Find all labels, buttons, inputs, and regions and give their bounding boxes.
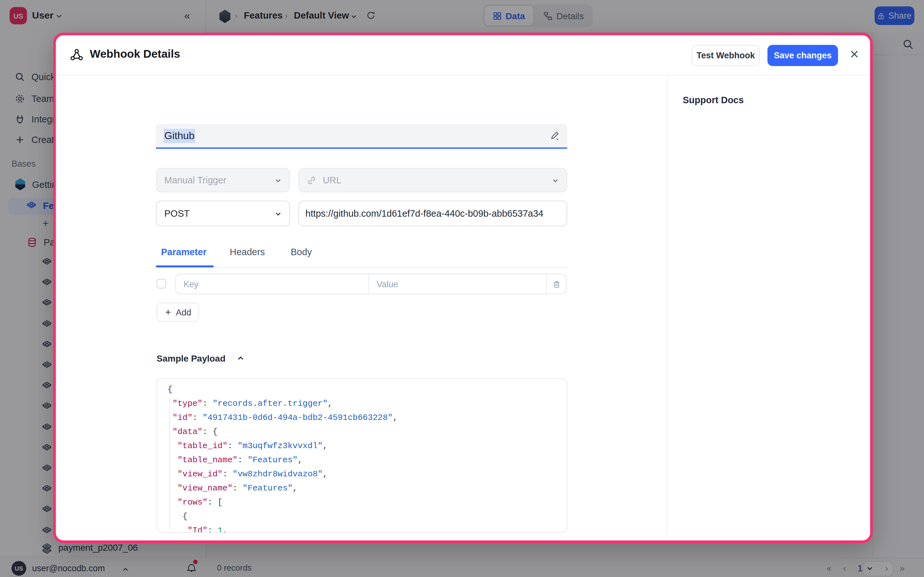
chevron-down-icon (275, 177, 282, 184)
param-key-input[interactable]: Key (176, 274, 368, 293)
tab-headers[interactable]: Headers (230, 247, 265, 257)
tab-body[interactable]: Body (291, 247, 312, 257)
test-webhook-button[interactable]: Test Webhook (692, 45, 760, 66)
close-icon[interactable] (850, 49, 859, 59)
param-row: Key Value (175, 274, 567, 294)
screen: US User « › Features › Default View Data… (0, 0, 924, 577)
support-docs-title: Support Docs (683, 95, 744, 105)
modal-header: Webhook Details Test Webhook Save change… (56, 35, 870, 76)
tab-parameter[interactable]: Parameter (161, 247, 207, 257)
sample-payload-code[interactable]: {"type": "records.after.trigger","id": "… (157, 378, 567, 533)
webhook-icon (69, 47, 84, 62)
edit-pencil-icon[interactable] (550, 131, 559, 140)
plus-icon (164, 308, 172, 316)
sample-payload-header[interactable]: Sample Payload (157, 353, 245, 364)
add-param-button[interactable]: Add (157, 303, 199, 322)
request-tabs: Parameter Headers Body (156, 244, 567, 268)
active-tab-underline (156, 266, 214, 268)
save-changes-button[interactable]: Save changes (767, 45, 838, 66)
param-value-input[interactable]: Value (369, 274, 546, 293)
method-select[interactable]: POST (156, 201, 290, 226)
url-input[interactable]: https://github.com/1d61ef7d-f8ea-440c-b0… (298, 201, 567, 226)
sample-payload-label: Sample Payload (157, 353, 226, 364)
webhook-name-input[interactable]: Github (156, 124, 567, 149)
chevron-down-icon (275, 210, 282, 217)
json-payload: {"type": "records.after.trigger","id": "… (168, 383, 564, 533)
collapse-chevron-up-icon[interactable] (237, 355, 245, 362)
trash-icon (552, 280, 561, 288)
delete-param-button[interactable] (547, 274, 566, 293)
link-icon (307, 175, 317, 185)
modal-title: Webhook Details (90, 47, 180, 61)
webhook-details-modal: Webhook Details Test Webhook Save change… (53, 33, 873, 543)
modal-body: Github Manual Trigger URL (56, 75, 667, 536)
trigger-select[interactable]: Manual Trigger (156, 168, 290, 192)
param-row-checkbox[interactable] (157, 279, 166, 288)
webhook-name-value: Github (164, 129, 195, 143)
channel-select[interactable]: URL (298, 168, 567, 192)
chevron-down-icon (552, 177, 559, 184)
support-docs-panel: Support Docs Getting started Create webh… (667, 75, 868, 536)
